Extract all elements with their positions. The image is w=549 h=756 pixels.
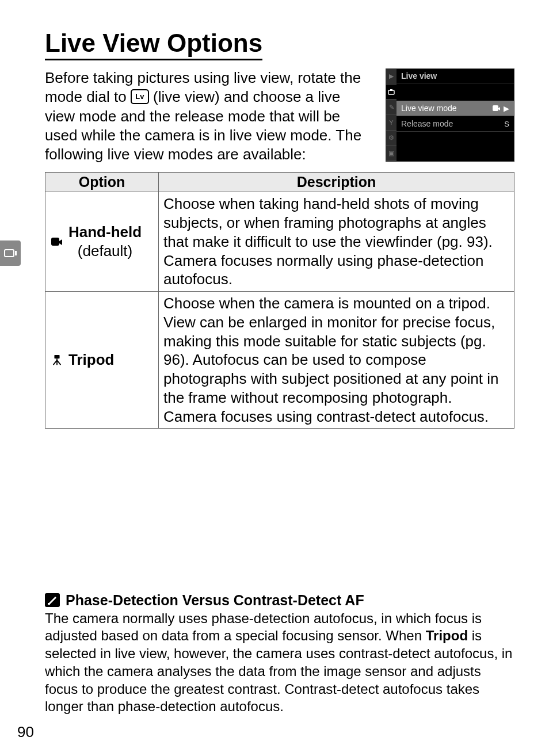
chevron-right-icon: ▶ <box>504 104 509 113</box>
option-label: Tripod <box>68 350 114 369</box>
options-table: Option Description Hand-held (default) C… <box>45 172 514 429</box>
menu-row-value: ▶ <box>492 104 509 113</box>
menu-row-label: Release mode <box>401 119 453 128</box>
option-cell-tripod: Tripod <box>45 292 159 429</box>
camera-menu-screenshot: ▶ ✎ Y ⚙ ▣ Live view Live view mode ▶ <box>386 68 514 162</box>
manual-page: Live View Options Before taking pictures… <box>0 0 549 756</box>
option-cell-handheld: Hand-held (default) <box>45 192 159 292</box>
note-bold-word: Tripod <box>426 628 468 643</box>
tripod-icon <box>50 354 64 366</box>
svg-line-6 <box>54 360 57 365</box>
menu-side-icon: ▶ <box>386 69 396 85</box>
svg-rect-1 <box>15 251 17 255</box>
svg-rect-3 <box>390 89 392 91</box>
table-row: Hand-held (default) Choose when taking h… <box>45 192 514 292</box>
menu-side-icon: ⚙ <box>386 131 396 146</box>
menu-side-icon: ✎ <box>386 100 396 115</box>
note-text-before: The camera normally uses phase-detection… <box>45 610 482 644</box>
menu-row-live-view-mode: Live view mode ▶ <box>396 101 514 116</box>
option-description: Choose when the camera is mounted on a t… <box>159 292 514 429</box>
svg-line-7 <box>57 360 60 365</box>
table-header-description: Description <box>159 173 514 192</box>
intro-paragraph: Before taking pictures using live view, … <box>45 68 368 164</box>
svg-rect-4 <box>54 355 59 358</box>
svg-rect-0 <box>5 250 14 257</box>
note-title-text: Phase-Detection Versus Contrast-Detect A… <box>66 592 364 609</box>
handheld-icon <box>50 236 64 247</box>
menu-side-icon: Y <box>386 115 396 131</box>
page-number: 90 <box>17 723 34 741</box>
note-section: Phase-Detection Versus Contrast-Detect A… <box>45 592 514 716</box>
note-body: The camera normally uses phase-detection… <box>45 610 514 716</box>
menu-row-release-mode: Release mode S <box>396 116 514 132</box>
option-description: Choose when taking hand-held shots of mo… <box>159 192 514 292</box>
menu-title: Live view <box>396 69 514 83</box>
page-title: Live View Options <box>45 29 262 60</box>
lv-mode-icon: Lv <box>131 89 149 104</box>
menu-row-label: Live view mode <box>401 104 457 113</box>
menu-side-icon <box>386 85 396 100</box>
svg-rect-8 <box>48 603 50 605</box>
svg-rect-2 <box>388 90 394 94</box>
section-tab-icon <box>0 240 21 266</box>
note-icon <box>45 593 60 607</box>
table-row: Tripod Choose when the camera is mounted… <box>45 292 514 429</box>
option-label: Hand-held <box>68 223 142 240</box>
menu-side-strip: ▶ ✎ Y ⚙ ▣ <box>386 69 396 161</box>
menu-side-icon: ▣ <box>386 146 396 161</box>
table-header-option: Option <box>45 173 159 192</box>
menu-row-value: S <box>504 120 509 128</box>
option-sublabel: (default) <box>68 242 142 261</box>
